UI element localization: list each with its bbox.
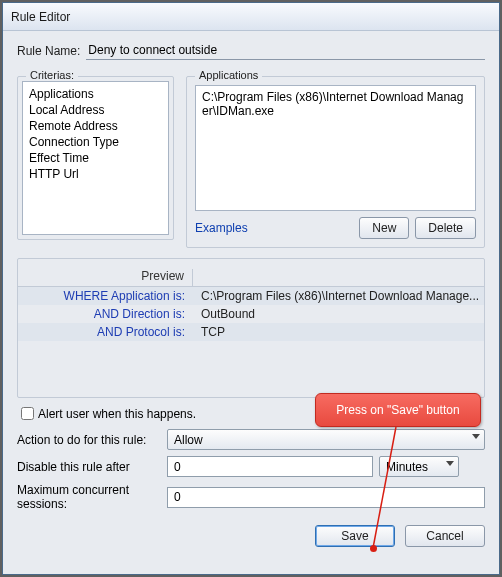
criteria-item[interactable]: HTTP Url	[27, 166, 164, 182]
delete-button[interactable]: Delete	[415, 217, 476, 239]
disable-unit-value: Minutes	[386, 460, 428, 474]
disable-value-input[interactable]	[167, 456, 373, 477]
application-path: C:\Program Files (x86)\Internet Download…	[202, 90, 463, 118]
preview-panel: Preview WHERE Application is: C:\Program…	[17, 258, 485, 398]
preview-key: AND Protocol is:	[18, 325, 193, 339]
tutorial-callout: Press on "Save" button	[315, 393, 481, 427]
criterias-legend: Criterias:	[26, 69, 78, 81]
disable-label: Disable this rule after	[17, 460, 167, 474]
applications-list[interactable]: C:\Program Files (x86)\Internet Download…	[195, 85, 476, 211]
preview-val: OutBound	[193, 307, 484, 321]
max-sessions-label: Maximum concurrent sessions:	[17, 483, 167, 511]
action-label: Action to do for this rule:	[17, 433, 167, 447]
action-value: Allow	[174, 433, 203, 447]
chevron-down-icon	[446, 461, 454, 466]
cancel-button[interactable]: Cancel	[405, 525, 485, 547]
preview-header: Preview	[18, 269, 193, 286]
disable-unit-combo[interactable]: Minutes	[379, 456, 459, 477]
alert-label: Alert user when this happens.	[38, 407, 196, 421]
applications-legend: Applications	[195, 69, 262, 81]
action-combo[interactable]: Allow	[167, 429, 485, 450]
criteria-item[interactable]: Remote Address	[27, 118, 164, 134]
window-title: Rule Editor	[11, 10, 70, 24]
new-button[interactable]: New	[359, 217, 409, 239]
alert-checkbox[interactable]	[21, 407, 34, 420]
examples-link[interactable]: Examples	[195, 221, 248, 235]
callout-text: Press on "Save" button	[336, 403, 459, 417]
rule-editor-window: Rule Editor Rule Name: Criterias: Applic…	[2, 2, 500, 575]
criteria-item[interactable]: Effect Time	[27, 150, 164, 166]
max-sessions-input[interactable]	[167, 487, 485, 508]
criteria-item[interactable]: Applications	[27, 86, 164, 102]
rule-name-label: Rule Name:	[17, 44, 80, 58]
chevron-down-icon	[472, 434, 480, 439]
preview-val: TCP	[193, 325, 484, 339]
preview-key: AND Direction is:	[18, 307, 193, 321]
criteria-item[interactable]: Local Address	[27, 102, 164, 118]
rule-name-input[interactable]	[86, 41, 485, 60]
save-button[interactable]: Save	[315, 525, 395, 547]
preview-val: C:\Program Files (x86)\Internet Download…	[193, 289, 484, 303]
preview-key: WHERE Application is:	[18, 289, 193, 303]
titlebar: Rule Editor	[3, 3, 499, 31]
callout-pointer-dot	[370, 545, 377, 552]
criteria-item[interactable]: Connection Type	[27, 134, 164, 150]
criterias-list[interactable]: Applications Local Address Remote Addres…	[22, 81, 169, 235]
